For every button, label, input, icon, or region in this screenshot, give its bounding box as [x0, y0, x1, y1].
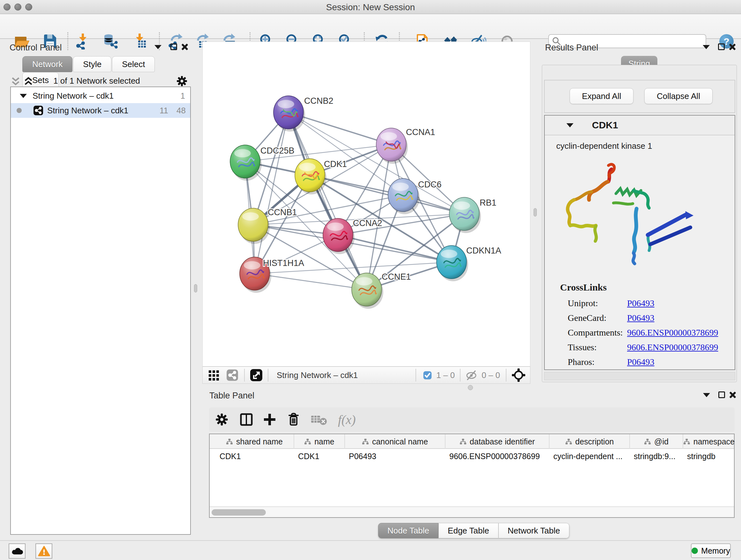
crosslink-link[interactable]: P06493: [627, 313, 655, 323]
hidden-eye-slash-icon[interactable]: [465, 370, 478, 381]
left-splitter-handle[interactable]: [194, 284, 197, 293]
warnings-button[interactable]: [36, 543, 52, 559]
cloud-tasks-button[interactable]: [9, 543, 25, 559]
column-header-shared-name[interactable]: shared name: [215, 434, 293, 449]
expand-all-button[interactable]: Expand All: [569, 88, 633, 104]
open-external-icon[interactable]: [250, 369, 263, 381]
table-horizontal-scrollbar[interactable]: [210, 506, 734, 517]
crosslink-row: Pharos:P06493: [568, 355, 735, 369]
selected-counts: 1 – 0: [436, 370, 455, 380]
network-node-CDK1[interactable]: CDK1: [295, 159, 347, 194]
status-bar: Memory: [0, 540, 741, 560]
network-view-share-icon[interactable]: [226, 369, 239, 381]
results-panel-collapse-icon[interactable]: [703, 45, 710, 51]
memory-button[interactable]: Memory: [691, 543, 731, 558]
node-label-RB1: RB1: [480, 198, 496, 207]
table-cell[interactable]: 9606.ENSP00000378699: [445, 449, 549, 463]
pan-crosshair-icon[interactable]: [512, 368, 526, 382]
table-cell[interactable]: CDK1: [293, 449, 344, 463]
function-builder-icon[interactable]: f(x): [338, 412, 356, 427]
table-type-tabs: Node TableEdge TableNetwork Table: [378, 523, 569, 538]
tab-style[interactable]: Style: [73, 56, 111, 72]
bottom-splitter-handle[interactable]: [468, 385, 473, 390]
network-node-HIST1H1A[interactable]: HIST1H1A: [240, 257, 304, 293]
control-panel-tabs: NetworkStyleSelectSets: [22, 56, 190, 72]
crosslinks-list: Uniprot:P06493GeneCard:P06493Compartment…: [568, 296, 735, 369]
tab-network-table[interactable]: Network Table: [498, 523, 569, 538]
table-scrollbar-thumb[interactable]: [212, 509, 266, 516]
memory-status-dot: [691, 548, 698, 554]
crosslink-label: Pharos:: [568, 357, 627, 367]
column-header--id[interactable]: @id: [629, 434, 683, 449]
network-collection-row[interactable]: String Network – cdk1 1: [11, 88, 190, 103]
crosslink-link[interactable]: P06493: [627, 298, 655, 308]
network-edge-HIST1H1A-CCNE1[interactable]: [255, 273, 367, 290]
collapse-all-button[interactable]: Collapse All: [644, 88, 713, 104]
table-settings-gear-icon[interactable]: [215, 413, 229, 427]
grid-view-icon[interactable]: [208, 369, 220, 381]
results-panel-close-icon[interactable]: [729, 44, 736, 52]
column-tree-icon: [304, 438, 311, 445]
network-label: String Network – cdk1: [47, 106, 128, 116]
column-tree-icon: [644, 438, 651, 445]
memory-label: Memory: [701, 546, 730, 556]
right-splitter-handle[interactable]: [534, 208, 537, 216]
column-header-name[interactable]: name: [293, 434, 344, 449]
tab-network[interactable]: Network: [22, 56, 72, 72]
crosslink-row: Compartments:9606.ENSP00000378699: [568, 325, 735, 340]
delete-column-icon[interactable]: [286, 412, 301, 427]
column-header-description[interactable]: description: [549, 434, 629, 449]
results-scrollbar[interactable]: [544, 372, 735, 380]
table-cell[interactable]: stringdb:9...: [629, 449, 683, 463]
crosslink-link[interactable]: P06493: [627, 357, 655, 367]
network-tree: String Network – cdk1 1 String Network –…: [10, 86, 191, 535]
crosslink-row: Uniprot:P06493: [568, 296, 735, 311]
network-view-canvas[interactable]: CCNB2CCNA1CDC25BCDK1CDC6RB1CCNB1CCNA2CDK…: [202, 42, 530, 367]
table-cell[interactable]: stringdb: [683, 449, 735, 463]
table-cell[interactable]: cyclin-dependent ...: [549, 449, 629, 463]
show-columns-icon[interactable]: [239, 412, 254, 427]
network-node-RB1[interactable]: RB1: [449, 197, 496, 233]
selected-checkbox-icon[interactable]: [423, 371, 432, 380]
add-column-icon[interactable]: [263, 413, 277, 427]
tab-select[interactable]: Select: [112, 56, 155, 72]
node-details-collapse-icon[interactable]: [566, 123, 574, 127]
network-status-dot: [17, 108, 22, 113]
control-panel: Control Panel NetworkStyleSelectSets 1 o…: [3, 42, 190, 537]
node-details-header[interactable]: CDK1: [545, 116, 735, 135]
tab-node-table[interactable]: Node Table: [378, 523, 439, 538]
table-panel-float-icon[interactable]: [718, 391, 725, 399]
title-bar: Session: New Session: [0, 0, 741, 14]
collection-expand-icon[interactable]: [20, 94, 27, 98]
delete-table-icon[interactable]: [311, 413, 327, 426]
table-cell[interactable]: CDK1: [215, 449, 293, 463]
network-row-selected[interactable]: String Network – cdk1 11 48: [11, 103, 190, 118]
node-label-CCNB2: CCNB2: [304, 96, 333, 106]
table-panel-collapse-icon[interactable]: [703, 393, 710, 398]
crosslink-label: Compartments:: [568, 327, 627, 338]
crosslink-link[interactable]: 9606.ENSP00000378699: [627, 342, 718, 353]
hidden-counts: 0 – 0: [482, 370, 500, 380]
column-tree-icon: [362, 438, 369, 445]
control-panel-close-icon[interactable]: [181, 44, 188, 52]
column-header-canonical-name[interactable]: canonical name: [344, 434, 445, 449]
network-options-gear-icon[interactable]: [176, 75, 188, 87]
table-panel-close-icon[interactable]: [729, 391, 736, 400]
control-panel-float-icon[interactable]: [171, 44, 177, 51]
table-cell[interactable]: P06493: [344, 449, 445, 463]
network-edge-CCNB2-HIST1H1A[interactable]: [255, 112, 288, 273]
results-panel-title: Results Panel: [545, 43, 598, 53]
crosslink-link[interactable]: 9606.ENSP00000378699: [627, 327, 718, 338]
table-toolbar: f(x): [209, 408, 735, 432]
network-node-CCNB2[interactable]: CCNB2: [273, 96, 333, 132]
control-panel-collapse-icon[interactable]: [154, 45, 161, 51]
tab-edge-table[interactable]: Edge Table: [439, 523, 498, 538]
column-header-namespace[interactable]: namespace: [683, 434, 735, 449]
network-node-CDKN1A[interactable]: CDKN1A: [436, 246, 501, 281]
column-tree-icon: [226, 438, 233, 445]
column-tree-icon: [683, 438, 690, 445]
column-header-database-identifier[interactable]: database identifier: [445, 434, 549, 449]
node-description: cyclin-dependent kinase 1: [556, 141, 735, 151]
network-node-CCNB1[interactable]: CCNB1: [238, 207, 297, 244]
results-panel-float-icon[interactable]: [718, 44, 725, 51]
